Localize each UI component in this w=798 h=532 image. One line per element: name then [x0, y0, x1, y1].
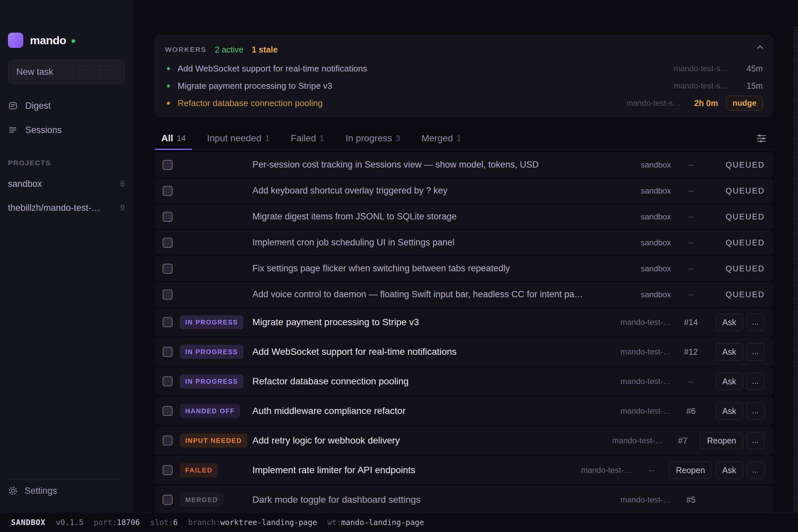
task-checkbox[interactable] — [163, 495, 173, 505]
statusbar-value: 6 — [173, 518, 178, 527]
task-actions: ReopenAsk… — [669, 461, 765, 479]
ask-button[interactable]: Ask — [715, 402, 743, 420]
chevron-up-icon[interactable] — [756, 42, 765, 52]
brand: mando — [8, 33, 75, 48]
status-bar: SANDBOX v0.1.5 port:18706slot:6branch:wo… — [0, 512, 798, 532]
task-row[interactable]: Add voice control to daemon — floating S… — [155, 282, 773, 307]
task-checkbox[interactable] — [163, 376, 173, 386]
reopen-button[interactable]: Reopen — [669, 461, 712, 479]
task-checkbox[interactable] — [163, 290, 173, 300]
sidebar: mando New task DigestSessions PROJECTS s… — [0, 0, 133, 512]
task-checkbox[interactable] — [163, 406, 173, 416]
statusbar-version: v0.1.5 — [56, 518, 83, 527]
task-project: sandbox — [621, 160, 671, 170]
task-meta: sandbox--QUEUED — [621, 212, 765, 222]
task-title: Add retry logic for webhook delivery — [252, 435, 606, 446]
workers-active-count: 2 active — [215, 45, 243, 55]
task-row[interactable]: FAILEDImplement rate limiter for API end… — [155, 456, 773, 484]
task-row[interactable]: IN PROGRESSAdd WebSocket support for rea… — [155, 338, 773, 366]
task-checkbox[interactable] — [163, 160, 173, 170]
task-actions: QUEUED — [708, 264, 765, 273]
task-title: Fix settings page flicker when switching… — [252, 263, 614, 274]
ask-button[interactable]: Ask — [715, 373, 743, 390]
worker-elapsed-time: 2h 0m — [694, 98, 718, 108]
task-list: Per-session cost tracking in Sessions vi… — [155, 152, 773, 512]
more-button[interactable]: … — [746, 402, 765, 420]
project-name: thebillzh/mando-test-… — [8, 203, 100, 213]
tab-input-needed[interactable]: Input needed1 — [200, 127, 276, 149]
ask-button[interactable]: Ask — [715, 343, 743, 360]
nudge-button[interactable]: nudge — [726, 96, 763, 110]
sidebar-project-sandbox[interactable]: sandbox6 — [0, 174, 133, 193]
task-number: #6 — [681, 406, 701, 416]
more-button[interactable]: … — [746, 314, 765, 331]
worker-elapsed-time: 15m — [741, 81, 763, 91]
ask-button[interactable]: Ask — [715, 461, 743, 479]
task-checkbox[interactable] — [163, 317, 173, 327]
task-project: mando-test-… — [621, 347, 671, 357]
tab-count: 14 — [177, 134, 186, 143]
badge-column: IN PROGRESS — [180, 315, 248, 329]
task-checkbox[interactable] — [163, 465, 173, 475]
task-row[interactable]: Fix settings page flicker when switching… — [155, 256, 773, 281]
tab-merged[interactable]: Merged1 — [415, 127, 468, 149]
task-meta: sandbox--QUEUED — [621, 264, 765, 273]
task-row[interactable]: MERGEDDark mode toggle for dashboard set… — [155, 486, 773, 512]
tab-all[interactable]: All14 — [155, 127, 192, 149]
task-checkbox[interactable] — [163, 264, 173, 274]
new-task-placeholder: New task — [16, 67, 53, 77]
filter-icon[interactable] — [757, 134, 766, 143]
scrollbar[interactable] — [793, 26, 798, 512]
statusbar-pairs: port:18706slot:6branch:worktree-landing-… — [83, 518, 424, 527]
sidebar-item-settings[interactable]: Settings — [8, 483, 57, 499]
new-task-input[interactable]: New task — [8, 60, 125, 84]
task-checkbox[interactable] — [163, 212, 173, 222]
tab-label: Input needed — [207, 133, 261, 144]
task-row[interactable]: INPUT NEEDEDAdd retry logic for webhook … — [155, 426, 773, 455]
task-row[interactable]: Per-session cost tracking in Sessions vi… — [155, 152, 773, 177]
task-number: -- — [642, 466, 662, 475]
worker-row: Add WebSocket support for real-time noti… — [155, 60, 773, 77]
sidebar-item-sessions[interactable]: Sessions — [0, 120, 133, 140]
sidebar-nav: DigestSessions — [0, 96, 133, 144]
task-actions: Ask… — [708, 402, 765, 420]
statusbar-label: wt: — [327, 518, 341, 527]
task-row[interactable]: IN PROGRESSMigrate payment processing to… — [155, 308, 773, 337]
task-checkbox[interactable] — [163, 436, 173, 445]
task-actions: Ask… — [708, 314, 765, 331]
badge-column: IN PROGRESS — [180, 374, 248, 388]
more-button[interactable]: … — [746, 343, 765, 360]
task-checkbox[interactable] — [163, 186, 173, 196]
more-button[interactable]: … — [746, 461, 765, 479]
ask-button[interactable]: Ask — [715, 314, 743, 331]
task-title: Implement rate limiter for API endpoints — [252, 465, 574, 475]
task-row[interactable]: Implement cron job scheduling UI in Sett… — [155, 230, 773, 255]
sidebar-divider — [8, 480, 125, 480]
tab-label: Failed — [291, 133, 316, 144]
task-actions: QUEUED — [708, 160, 765, 170]
tab-failed[interactable]: Failed1 — [284, 127, 331, 149]
sidebar-item-digest[interactable]: Digest — [0, 96, 133, 116]
task-row[interactable]: HANDED OFFAuth middleware compliance ref… — [155, 397, 773, 425]
status-badge: MERGED — [180, 493, 224, 507]
tab-in-progress[interactable]: In progress3 — [339, 127, 407, 149]
online-status-dot — [72, 39, 75, 43]
more-button[interactable]: … — [746, 373, 765, 390]
reopen-button[interactable]: Reopen — [700, 432, 743, 449]
nav-item-label: Digest — [25, 101, 51, 111]
task-number: -- — [681, 212, 701, 222]
task-row[interactable]: Migrate digest items from JSONL to SQLit… — [155, 204, 773, 229]
queued-label: QUEUED — [725, 238, 765, 247]
sidebar-project-repo[interactable]: thebillzh/mando-test-…9 — [0, 198, 133, 217]
task-project: mando-test-… — [621, 406, 671, 416]
task-checkbox[interactable] — [163, 347, 173, 357]
task-meta: mando-test-…#7Reopen… — [612, 432, 765, 449]
more-button[interactable]: … — [746, 432, 765, 449]
task-checkbox[interactable] — [163, 238, 173, 248]
badge-column: MERGED — [180, 493, 248, 507]
workers-header: WORKERS 2 active 1 stale — [155, 35, 773, 55]
task-row[interactable]: IN PROGRESSRefactor database connection … — [155, 367, 773, 396]
task-row[interactable]: Add keyboard shortcut overlay triggered … — [155, 178, 773, 203]
task-project: sandbox — [621, 238, 671, 247]
worker-session: mando-test-s… — [673, 81, 728, 91]
